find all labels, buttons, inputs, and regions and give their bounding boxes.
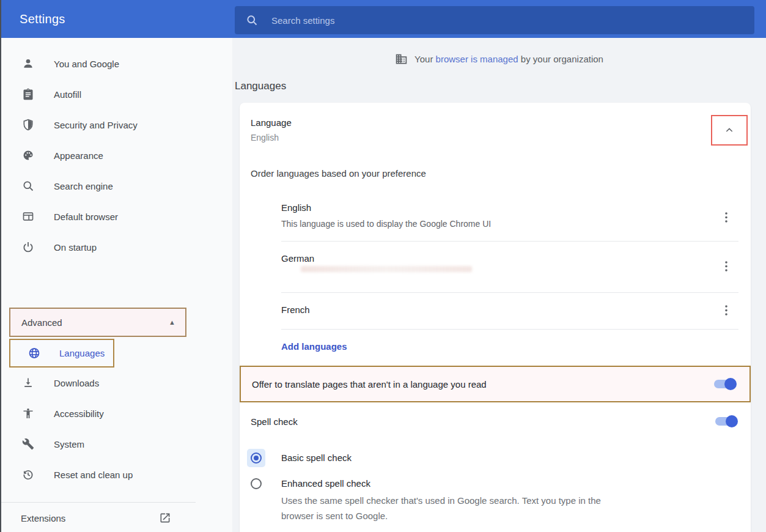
header-bar: Settings Search settings [1, 0, 766, 38]
launch-icon [159, 512, 171, 526]
power-icon [22, 241, 34, 253]
translate-row-label: Offer to translate pages that aren't in … [252, 379, 487, 390]
annotation-box-collapse [711, 115, 748, 146]
row-divider [281, 241, 738, 242]
enhanced-spell-check-label[interactable]: Enhanced spell check [281, 478, 370, 489]
collapse-button[interactable] [724, 125, 734, 135]
sidebar-item-security-and-privacy[interactable]: Security and Privacy [1, 109, 196, 140]
search-icon [246, 14, 258, 26]
toggle-thumb [724, 378, 737, 390]
spell-check-toggle[interactable] [715, 417, 736, 426]
sidebar-item-system[interactable]: System [1, 429, 196, 459]
annotation-box-translate: Offer to translate pages that aren't in … [240, 366, 751, 402]
basic-spell-check-label[interactable]: Basic spell check [281, 453, 352, 463]
sidebar-item-default-browser[interactable]: Default browser [1, 201, 196, 232]
organization-building-icon [395, 53, 408, 65]
row-divider [281, 329, 738, 330]
managed-notice: Your browser is managed by your organiza… [232, 53, 766, 65]
sidebar-item-reset-and-clean-up[interactable]: Reset and clean up [1, 459, 196, 490]
languages-card: Language English Order languages based o… [240, 103, 751, 532]
more-actions-icon[interactable] [721, 261, 731, 271]
language-description: This language is used to display the Goo… [281, 219, 491, 229]
sidebar-item-languages[interactable]: Languages [9, 339, 114, 368]
language-accordion-subtitle: English [251, 133, 279, 142]
shield-icon [22, 119, 34, 131]
sidebar-item-you-and-google[interactable]: You and Google [1, 48, 196, 79]
row-divider [281, 292, 738, 293]
search-input[interactable]: Search settings [235, 6, 754, 34]
language-accordion-title: Language [251, 117, 292, 128]
person-icon [22, 57, 34, 70]
sidebar-item-on-startup[interactable]: On startup [1, 232, 196, 262]
order-languages-label: Order languages based on your preference [251, 168, 426, 179]
caret-up-icon: ▲ [169, 319, 175, 326]
sidebar-item-search-engine[interactable]: Search engine [1, 171, 196, 201]
add-languages-button[interactable]: Add languages [281, 341, 347, 352]
translate-toggle[interactable] [714, 380, 735, 388]
toggle-thumb [726, 415, 738, 427]
enhanced-spell-check-description: Uses the same spell checker that's used … [281, 493, 628, 523]
managed-link[interactable]: browser is managed [436, 54, 518, 64]
more-actions-icon[interactable] [721, 212, 731, 222]
page-title: Settings [20, 12, 65, 26]
section-title: Languages [235, 80, 286, 92]
basic-spell-check-radio[interactable] [251, 453, 262, 464]
wrench-icon [22, 438, 34, 450]
language-name: French [281, 305, 310, 315]
spell-check-row: Spell check [240, 402, 751, 440]
browser-window-icon [22, 210, 34, 223]
history-icon [22, 468, 34, 481]
more-actions-icon[interactable] [721, 305, 731, 315]
accessibility-icon [22, 407, 34, 419]
sidebar-item-downloads[interactable]: Downloads [1, 368, 196, 398]
sidebar-item-autofill[interactable]: Autofill [1, 79, 196, 109]
chevron-up-icon [724, 125, 734, 135]
enhanced-spell-check-radio[interactable] [251, 478, 262, 489]
sidebar-item-extensions[interactable]: Extensions [1, 503, 196, 532]
download-icon [22, 377, 34, 389]
managed-prefix: Your [414, 54, 435, 64]
spell-check-label: Spell check [251, 416, 298, 427]
autofill-icon [22, 88, 34, 100]
language-name: German [281, 253, 314, 264]
magnifier-icon [22, 180, 34, 192]
search-placeholder: Search settings [271, 15, 334, 26]
palette-icon [22, 149, 34, 161]
sidebar-item-advanced[interactable]: Advanced ▲ [9, 308, 186, 337]
managed-suffix: by your organization [518, 54, 603, 64]
settings-sidebar: You and Google Autofill Security and Pri… [1, 38, 232, 532]
language-name: English [281, 202, 311, 213]
redacted-text-blur [301, 266, 472, 272]
globe-icon [28, 347, 40, 360]
sidebar-item-appearance[interactable]: Appearance [1, 140, 196, 171]
sidebar-item-accessibility[interactable]: Accessibility [1, 398, 196, 429]
